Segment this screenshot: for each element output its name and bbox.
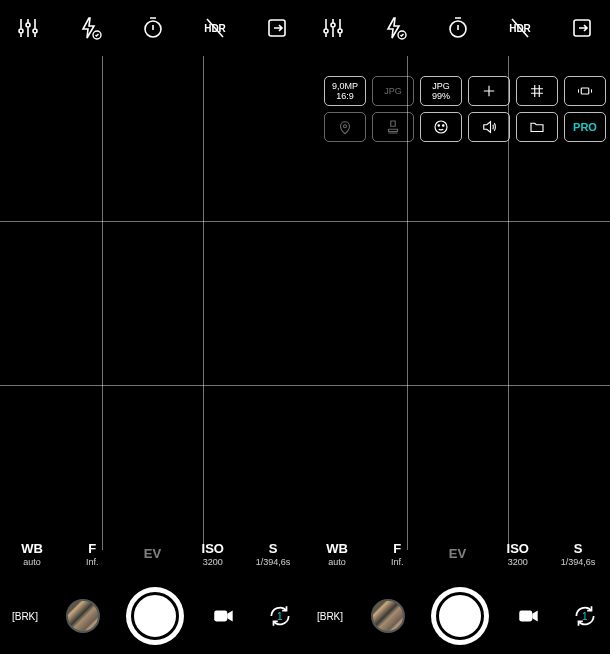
timer-icon[interactable] <box>139 14 167 42</box>
options-panel: 9,0MP16:9 JPG JPG99% PRO <box>324 76 606 148</box>
switch-camera-icon[interactable]: 1 <box>265 601 295 631</box>
bottom-toolbar: [BRK] 1 <box>0 578 305 654</box>
grid-line <box>0 221 305 222</box>
crosshair-button[interactable] <box>468 76 510 106</box>
bracket-button[interactable]: [BRK] <box>10 601 40 631</box>
location-button[interactable] <box>324 112 366 142</box>
video-icon[interactable] <box>209 601 239 631</box>
pro-wb[interactable]: WBauto <box>10 541 54 567</box>
grid-button[interactable] <box>516 76 558 106</box>
svg-point-13 <box>443 125 445 127</box>
quality-button[interactable]: JPG99% <box>420 76 462 106</box>
pro-ev[interactable]: EV <box>131 546 175 562</box>
svg-rect-4 <box>215 611 228 622</box>
pro-focus[interactable]: FInf. <box>375 541 419 567</box>
pro-iso[interactable]: ISO3200 <box>496 541 540 567</box>
format-button[interactable]: JPG <box>372 76 414 106</box>
svg-rect-14 <box>520 611 533 622</box>
stabilize-button[interactable] <box>564 76 606 106</box>
exit-icon[interactable] <box>263 14 291 42</box>
sound-button[interactable] <box>468 112 510 142</box>
grid-line <box>203 56 204 550</box>
stamp-button[interactable] <box>372 112 414 142</box>
pro-focus[interactable]: FInf. <box>70 541 114 567</box>
gallery-thumbnail[interactable] <box>371 599 405 633</box>
bottom-toolbar: [BRK] 1 <box>305 578 610 654</box>
pro-wb[interactable]: WBauto <box>315 541 359 567</box>
shutter-button[interactable] <box>431 587 489 645</box>
top-toolbar: HDR <box>0 0 305 56</box>
pro-controls: WBauto FInf. EV ISO3200 S1/394,6s <box>0 530 305 578</box>
flash-icon[interactable] <box>381 14 409 42</box>
pro-controls: WBauto FInf. EV ISO3200 S1/394,6s <box>305 530 610 578</box>
video-icon[interactable] <box>514 601 544 631</box>
grid-line <box>305 385 610 386</box>
hdr-icon[interactable]: HDR <box>506 14 534 42</box>
sliders-icon[interactable] <box>319 14 347 42</box>
switch-camera-icon[interactable]: 1 <box>570 601 600 631</box>
grid-line <box>0 385 305 386</box>
folder-button[interactable] <box>516 112 558 142</box>
svg-rect-9 <box>581 88 589 94</box>
svg-point-12 <box>438 125 440 127</box>
pro-button[interactable]: PRO <box>564 112 606 142</box>
bracket-button[interactable]: [BRK] <box>315 601 345 631</box>
face-button[interactable] <box>420 112 462 142</box>
resolution-button[interactable]: 9,0MP16:9 <box>324 76 366 106</box>
pro-shutter[interactable]: S1/394,6s <box>556 541 600 567</box>
sliders-icon[interactable] <box>14 14 42 42</box>
svg-point-10 <box>344 125 347 128</box>
viewfinder[interactable] <box>0 56 305 550</box>
flash-icon[interactable] <box>76 14 104 42</box>
shutter-button[interactable] <box>126 587 184 645</box>
top-toolbar: HDR <box>305 0 610 56</box>
grid-line <box>305 221 610 222</box>
exit-icon[interactable] <box>568 14 596 42</box>
pro-ev[interactable]: EV <box>436 546 480 562</box>
pro-shutter[interactable]: S1/394,6s <box>251 541 295 567</box>
hdr-icon[interactable]: HDR <box>201 14 229 42</box>
timer-icon[interactable] <box>444 14 472 42</box>
pro-iso[interactable]: ISO3200 <box>191 541 235 567</box>
svg-point-11 <box>435 121 447 133</box>
grid-line <box>102 56 103 550</box>
gallery-thumbnail[interactable] <box>66 599 100 633</box>
